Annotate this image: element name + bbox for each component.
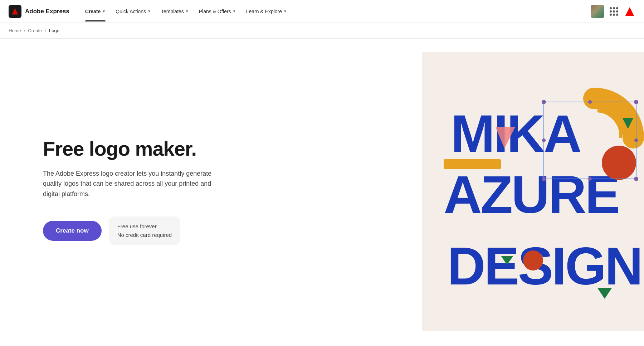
svg-point-22 — [588, 177, 592, 181]
apps-grid-icon — [610, 7, 618, 16]
breadcrumb-current: Logo — [49, 28, 59, 33]
nav-items: Create ▼ Quick Actions ▼ Templates ▼ Pla… — [81, 6, 591, 17]
brand-logo[interactable]: Adobe Express — [9, 5, 69, 18]
breadcrumb-separator: / — [45, 28, 46, 33]
svg-text:DESIGN: DESIGN — [447, 237, 641, 296]
chevron-down-icon: ▼ — [185, 9, 189, 13]
page-title: Free logo maker. — [43, 138, 243, 160]
svg-point-23 — [542, 138, 546, 142]
svg-point-21 — [588, 100, 592, 104]
svg-point-17 — [542, 100, 546, 104]
nav-item-plans-offers[interactable]: Plans & Offers ▼ — [195, 6, 240, 17]
svg-point-18 — [634, 100, 638, 104]
chevron-down-icon: ▼ — [283, 9, 287, 13]
chevron-down-icon: ▼ — [147, 9, 151, 13]
cta-row: Create now Free use forever No credit ca… — [43, 216, 243, 245]
chevron-down-icon: ▼ — [102, 9, 106, 13]
navbar-right — [591, 5, 635, 18]
svg-point-14 — [523, 250, 543, 271]
hero-description: The Adobe Express logo creator lets you … — [43, 169, 229, 199]
main-content: Free logo maker. The Adobe Express logo … — [0, 39, 644, 344]
breadcrumb: Home / Create / Logo — [0, 23, 644, 39]
apps-grid-button[interactable] — [608, 6, 620, 17]
svg-point-9 — [602, 146, 636, 180]
svg-point-24 — [634, 138, 638, 142]
logo-artwork-svg: MIKA AZURE DESIGN — [422, 52, 644, 331]
breadcrumb-separator: / — [24, 28, 25, 33]
adobe-logo-button[interactable] — [624, 6, 635, 17]
nav-item-learn-explore[interactable]: Learn & Explore ▼ — [242, 6, 291, 17]
free-use-line1: Free use forever — [117, 222, 172, 231]
hero-section: Free logo maker. The Adobe Express logo … — [0, 109, 272, 274]
svg-rect-10 — [444, 159, 501, 169]
breadcrumb-create[interactable]: Create — [28, 28, 42, 33]
create-now-button[interactable]: Create now — [43, 221, 102, 241]
svg-text:AZURE: AZURE — [444, 165, 619, 224]
free-use-info: Free use forever No credit card required — [109, 216, 181, 245]
svg-text:MIKA: MIKA — [451, 104, 580, 163]
avatar-image — [591, 5, 604, 18]
adobe-express-icon — [9, 5, 21, 18]
preview-section: MIKA AZURE DESIGN — [272, 39, 644, 344]
nav-item-quick-actions[interactable]: Quick Actions ▼ — [111, 6, 155, 17]
free-use-line2: No credit card required — [117, 231, 172, 239]
logo-preview-card: MIKA AZURE DESIGN — [422, 52, 644, 331]
svg-point-20 — [634, 177, 638, 181]
chevron-down-icon: ▼ — [233, 9, 236, 13]
brand-name: Adobe Express — [25, 8, 69, 15]
navbar: Adobe Express Create ▼ Quick Actions ▼ T… — [0, 0, 644, 23]
user-avatar[interactable] — [591, 5, 604, 18]
nav-item-templates[interactable]: Templates ▼ — [157, 6, 193, 17]
svg-point-19 — [542, 177, 546, 181]
nav-item-create[interactable]: Create ▼ — [81, 6, 110, 17]
breadcrumb-home[interactable]: Home — [9, 28, 21, 33]
